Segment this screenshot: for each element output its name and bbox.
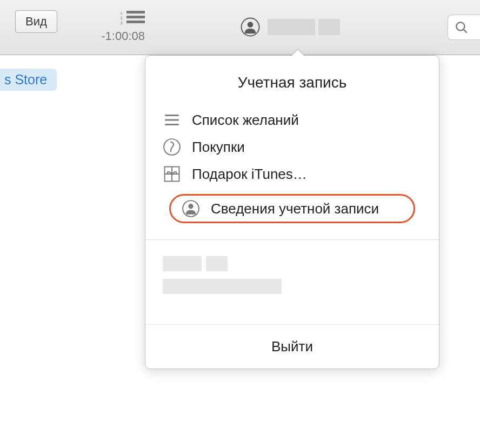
account-name-redacted <box>268 19 340 35</box>
hamburger-icon <box>163 111 181 129</box>
person-icon <box>182 199 200 218</box>
store-tab[interactable]: s Store <box>0 69 57 91</box>
popover-title: Учетная запись <box>145 56 439 106</box>
menu-label: Покупки <box>192 139 245 156</box>
svg-point-1 <box>248 22 254 28</box>
up-next-block: 123 -1:00:08 <box>80 11 145 43</box>
search-icon <box>455 21 469 35</box>
menu-item-wishlist[interactable]: Список желаний <box>145 106 439 133</box>
view-button[interactable]: Вид <box>15 10 57 33</box>
toolbar: Вид 123 -1:00:08 <box>0 0 480 55</box>
menu-item-account-info[interactable]: Сведения учетной записи <box>152 190 432 228</box>
menu-item-gift[interactable]: Подарок iTunes… <box>145 161 439 188</box>
apple-id-redacted <box>145 239 439 324</box>
gift-icon <box>163 165 181 183</box>
content-area: s Store Учетная запись Список желаний <box>0 55 480 448</box>
signout-button[interactable]: Выйти <box>145 324 439 369</box>
account-menu-trigger[interactable] <box>241 17 340 37</box>
menu-label: Подарок iTunes… <box>192 166 307 183</box>
time-remaining: -1:00:08 <box>80 29 145 43</box>
menu-list: Список желаний Покупки Подарок iTunes… <box>145 106 439 228</box>
up-next-icon[interactable]: 123 <box>121 11 145 26</box>
menu-item-purchases[interactable]: Покупки <box>145 133 439 161</box>
search-field[interactable] <box>448 15 480 40</box>
person-icon <box>241 17 260 37</box>
purchases-icon <box>163 138 181 156</box>
account-popover: Учетная запись Список желаний Покупки <box>145 55 439 369</box>
svg-point-2 <box>456 22 464 30</box>
highlight-annotation: Сведения учетной записи <box>169 194 415 223</box>
svg-line-3 <box>463 29 466 32</box>
menu-label: Сведения учетной записи <box>211 200 379 217</box>
menu-label: Список желаний <box>192 112 299 129</box>
svg-point-12 <box>188 204 193 209</box>
